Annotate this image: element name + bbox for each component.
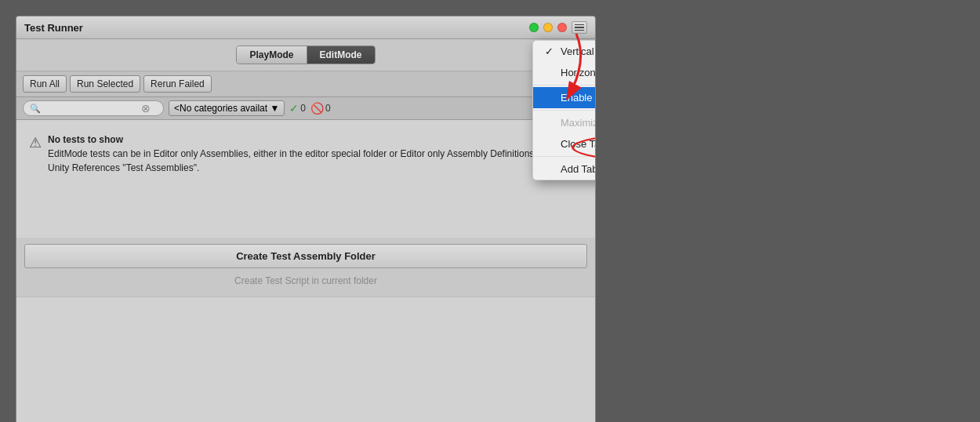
info-text: No tests to show EditMode tests can be i… bbox=[48, 133, 583, 175]
menu-label-maximize: Maximize bbox=[561, 117, 596, 129]
window-controls bbox=[529, 21, 587, 34]
traffic-light-red[interactable] bbox=[557, 23, 567, 32]
pass-icon: ✓ bbox=[289, 102, 299, 115]
menu-item-add-tab[interactable]: Add Tab bbox=[533, 158, 596, 180]
menu-item-close-tab[interactable]: Close Tab bbox=[533, 133, 596, 155]
context-menu: ✓Vertical layoutHorizontal layoutEnable … bbox=[532, 40, 596, 180]
menu-item-enable-playmode[interactable]: Enable playmode tests for all assemblies bbox=[533, 87, 596, 108]
empty-area bbox=[16, 296, 595, 422]
menu-label-add-tab: Add Tab bbox=[561, 163, 596, 175]
traffic-light-green[interactable] bbox=[529, 23, 539, 32]
menu-line-1 bbox=[575, 24, 584, 26]
window-title: Test Runner bbox=[24, 22, 83, 34]
search-input[interactable] bbox=[44, 103, 138, 114]
run-selected-button[interactable]: Run Selected bbox=[70, 75, 140, 93]
menu-line-3 bbox=[575, 30, 584, 31]
info-title: No tests to show bbox=[48, 133, 583, 147]
menu-separator bbox=[533, 156, 596, 157]
run-all-button[interactable]: Run All bbox=[23, 75, 67, 93]
menu-label-enable-playmode: Enable playmode tests for all assemblies bbox=[561, 92, 596, 104]
menu-line-2 bbox=[575, 27, 584, 28]
search-box: 🔍 ⊗ bbox=[23, 100, 164, 116]
menu-checkmark-vertical-layout: ✓ bbox=[544, 45, 554, 57]
category-dropdown[interactable]: <No categories availat ▼ bbox=[169, 100, 285, 116]
category-label: <No categories availat ▼ bbox=[174, 103, 279, 114]
menu-separator bbox=[533, 110, 596, 111]
menu-item-vertical-layout[interactable]: ✓Vertical layout bbox=[533, 41, 596, 62]
rerun-failed-button[interactable]: Rerun Failed bbox=[143, 75, 212, 93]
create-script-button[interactable]: Create Test Script in current folder bbox=[24, 271, 587, 290]
search-icon: 🔍 bbox=[30, 104, 41, 114]
menu-item-maximize: Maximize bbox=[533, 112, 596, 133]
menu-label-horizontal-layout: Horizontal layout bbox=[561, 67, 596, 78]
status-counts: ✓ 0 🚫 0 bbox=[289, 102, 330, 115]
action-toolbar: Run All Run Selected Rerun Failed bbox=[16, 71, 595, 97]
fail-icon: 🚫 bbox=[310, 102, 324, 115]
menu-separator bbox=[533, 85, 596, 85]
fail-count: 🚫 0 bbox=[310, 102, 331, 115]
info-icon: ⚠ bbox=[29, 134, 42, 151]
mode-toolbar: PlayMode EditMode bbox=[16, 39, 595, 71]
menu-label-vertical-layout: Vertical layout bbox=[561, 45, 596, 57]
filter-bar: 🔍 ⊗ <No categories availat ▼ ✓ 0 🚫 0 bbox=[16, 97, 595, 120]
mode-button-group: PlayMode EditMode bbox=[236, 45, 375, 64]
clear-search-button[interactable]: ⊗ bbox=[141, 103, 151, 114]
menu-item-horizontal-layout[interactable]: Horizontal layout bbox=[533, 62, 596, 83]
pass-count: ✓ 0 bbox=[289, 102, 306, 115]
menu-label-close-tab: Close Tab bbox=[561, 138, 596, 150]
editmode-button[interactable]: EditMode bbox=[307, 46, 375, 64]
create-assembly-button[interactable]: Create Test Assembly Folder bbox=[24, 244, 587, 268]
info-box: ⚠ No tests to show EditMode tests can be… bbox=[24, 128, 587, 180]
info-body: EditMode tests can be in Editor only Ass… bbox=[48, 147, 583, 175]
content-area: ⚠ No tests to show EditMode tests can be… bbox=[16, 120, 595, 238]
panel-menu-button[interactable] bbox=[572, 21, 587, 34]
test-runner-panel: Test Runner PlayMode EditMode Run All Ru… bbox=[16, 16, 596, 422]
pass-count-value: 0 bbox=[300, 103, 306, 114]
fail-count-value: 0 bbox=[325, 103, 331, 114]
title-bar: Test Runner bbox=[16, 16, 595, 39]
traffic-light-yellow[interactable] bbox=[543, 23, 553, 32]
playmode-button[interactable]: PlayMode bbox=[237, 46, 307, 64]
